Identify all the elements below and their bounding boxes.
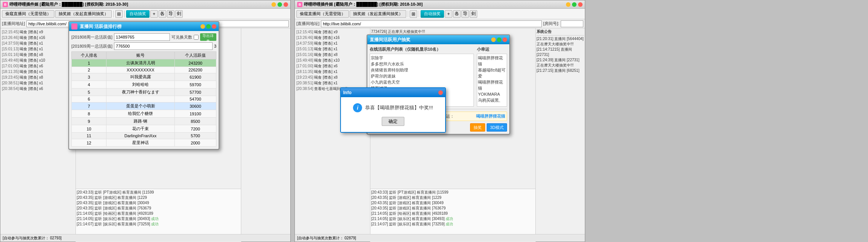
right-sword-icon[interactable]: 剑 <box>470 10 477 18</box>
lottery-mode-btn[interactable]: 3D模式 <box>487 123 507 132</box>
ranking-cell-11-name: DarlingInFranXxx <box>106 133 175 139</box>
left-add-icon[interactable]: + <box>150 10 158 18</box>
info-body: i 恭喜【喝喵胖胖狸花猫】中奖!!! 确定 <box>341 97 445 132</box>
ranking-row2: [201809周一总活跃值] 3 <box>71 42 216 50</box>
ranking-row-8: 8 给我忆个糖饼 19100 <box>72 110 216 118</box>
ranking-cell-6-name <box>106 96 175 102</box>
left-grid-icon[interactable]: ⊞ <box>115 10 123 18</box>
left-chat-col: [12:15:45] 喝食 [噤条] x9 [13:26:46] 喝食 [噤条]… <box>0 28 76 242</box>
ranking-maximize-btn[interactable] <box>206 24 211 29</box>
right-room-label: [房间号]: <box>543 21 559 26</box>
ranking-cell-5-score: 57700 <box>175 88 216 96</box>
ranking-cell-6-rank: 6 <box>72 96 106 102</box>
ranking-cell-11-score: 5700 <box>175 133 216 139</box>
right-add-icon[interactable]: + <box>445 10 452 18</box>
right-maximize-btn[interactable] <box>572 2 577 7</box>
lottery-ruser-4: 乌鸦买碳黑、 <box>478 97 506 103</box>
ranking-row1-checkbox[interactable] <box>194 35 199 40</box>
right-announce: 系统公告 [21:20:31] 直播间 [5644404] 正在摩天大楼抽奖中!… <box>536 28 585 74</box>
ranking-table: 个人排名 账号 个人活跃值 1 云谈灰清月儿明 243200 2 XXXXXXX… <box>71 51 216 147</box>
ranking-export-btn[interactable]: 导出详单 <box>200 33 216 41</box>
ranking-row2-input[interactable] <box>114 42 213 50</box>
lottery-minimize-btn[interactable] <box>491 37 496 42</box>
info-message-text: 恭喜【喝喵胖胖狸花猫】中奖!!! <box>365 104 433 111</box>
lottery-close-btn[interactable] <box>503 37 507 42</box>
ranking-cell-5-name: 夜刀神十香好なます <box>106 88 175 96</box>
right-close-btn[interactable] <box>578 2 583 7</box>
right-chat-msg-4: [15:01:16] 喝食 [噤条] x8 <box>296 52 369 57</box>
ranking-title-icon <box>71 23 77 29</box>
ranking-row-12: 12 星里神话 2000 <box>72 139 216 147</box>
right-announce-msg-2: [21:24:39] 直播间 [22731] 正在摩天大楼抽奖中!!! <box>537 57 584 68</box>
right-minimize-btn[interactable] <box>566 2 570 7</box>
ranking-cell-12-score: 2000 <box>175 139 216 147</box>
lottery-maximize-btn[interactable] <box>497 37 501 42</box>
ranking-cell-1-name: 云谈灰清月儿明 <box>106 59 175 67</box>
left-maximize-btn[interactable] <box>278 2 282 7</box>
info-close-btn[interactable] <box>438 90 443 95</box>
ranking-col-name: 账号 <box>106 52 175 59</box>
left-blog-3: [20:43:35] 监听 [游戏区] 栋育直播间 [763679 <box>77 206 240 211</box>
left-blog-0: [20:43:33] 监听 [PT游戏区] 栋育直播间 [11599 <box>77 190 240 195</box>
right-chat-msg-3: [15:01:13] 喝食 [噤条] x1 <box>296 46 369 52</box>
app-icon: B <box>3 2 8 7</box>
ranking-cell-3-rank: 3 <box>72 73 106 81</box>
left-chat-msg-0: [12:15:45] 喝食 [噤条] x9 <box>1 29 75 35</box>
toolbar-sep-1 <box>113 11 114 17</box>
ranking-row-9: 9 路路·钢 8500 <box>72 118 216 125</box>
ranking-minimize-btn[interactable] <box>200 24 205 29</box>
right-grid-icon[interactable]: ⊞ <box>410 10 417 18</box>
ranking-cell-12-rank: 12 <box>72 139 106 147</box>
left-settings-icon[interactable]: 各 <box>159 10 166 18</box>
lottery-user-1: 多多想拜六水欢乐 <box>371 61 473 67</box>
right-blog-2: [20:43:35] 监听 [游戏区] 栋育直播间 [30049 <box>371 200 535 206</box>
right-settings-icon[interactable]: 各 <box>453 10 461 18</box>
right-announce-title: 系统公告 <box>537 29 584 36</box>
ranking-row1: [201808周一总活跃值] 可兑换天数 导出详单 <box>71 33 216 41</box>
left-export-icon[interactable]: 导 <box>167 10 174 18</box>
right-room-input[interactable] <box>561 20 583 27</box>
panel-spacer <box>291 0 294 242</box>
ranking-close-btn[interactable] <box>212 24 216 29</box>
ranking-col-rank: 个人排名 <box>72 52 106 59</box>
ranking-row-3: 3 叫我爱高露 61900 <box>72 73 216 81</box>
info-ok-btn[interactable]: 确定 <box>382 117 404 126</box>
ranking-cell-9-name: 路路·钢 <box>106 118 175 125</box>
left-lottery-btn[interactable]: 抽奖姬（发起直播间抽奖） <box>55 10 112 18</box>
ranking-cell-8-rank: 8 <box>72 110 106 118</box>
ranking-body: [201808周一总活跃值] 可兑换天数 导出详单 [201809周一总活跃值]… <box>69 31 219 149</box>
right-blog-4: [21:14:05] 监听 [绘画区] 栋育直播间 [4928189 <box>371 211 535 216</box>
right-chat-msg-8: [19:23:45] 喝食 [噤条] x8 <box>296 74 369 80</box>
ranking-cell-2-score: 226200 <box>175 67 216 73</box>
lottery-draw-btn[interactable]: 抽奖 <box>470 123 485 132</box>
left-toolbar: 偷窥直播间（无需登陆） 抽奖姬（发起直播间抽奖） ⊞ 自动抽奖 + 各 导 剑 <box>0 9 290 19</box>
ranking-cell-4-rank: 4 <box>72 81 106 88</box>
right-title-text: 哔哩哔哩插件姬 [霸陆用户：███████] [授权到期: 2018-10-30… <box>304 2 566 7</box>
right-announce-msg-0: [21:20:31] 直播间 [5644404] 正在摩天大楼抽奖中!!! <box>537 36 584 47</box>
right-auto-btn[interactable]: 自动抽奖 <box>421 10 444 18</box>
left-sword-icon[interactable]: 剑 <box>175 10 183 18</box>
right-url-input[interactable] <box>321 20 542 27</box>
right-export-icon[interactable]: 导 <box>461 10 469 18</box>
left-auto-btn[interactable]: 自动抽奖 <box>126 10 150 18</box>
left-blog-4: [21:14:05] 监听 [绘画区] 栋育直播间 [4928189 <box>77 211 240 216</box>
right-status-text: [自动参与与抽奖次数累计： 02879] <box>297 236 356 241</box>
left-title-bar: B 哔哩哔哩插件姬 [霸陆用户：███████] [授权到期: 2018-10-… <box>0 0 290 9</box>
ranking-cell-10-name: 花の千束 <box>106 125 175 133</box>
ranking-cell-10-rank: 10 <box>72 125 106 133</box>
left-chat-msg-8: [19:23:45] 喝食 [噤条] x8 <box>1 74 75 80</box>
right-announce-msg-3: [21:27:15] 直播间 [68251] <box>537 68 584 73</box>
left-minimize-btn[interactable] <box>271 2 276 7</box>
right-watch-btn[interactable]: 偷窥直播间（无需登陆） <box>296 10 349 18</box>
ranking-row1-input[interactable] <box>114 33 170 41</box>
left-bottom-log: [20:43:33] 监听 [PT游戏区] 栋育直播间 [11599 [20:4… <box>76 189 241 234</box>
right-url-bar: [直播间地址] [房间号]: <box>295 19 585 28</box>
left-status-text: [自动参与与抽奖次数累计： 02793] <box>3 236 62 241</box>
left-watch-btn[interactable]: 偷窥直播间（无需登陆） <box>2 10 54 18</box>
lottery-title-text: 直播间活跃用户抽奖 <box>370 37 491 43</box>
right-window-controls <box>566 2 583 7</box>
left-close-btn[interactable] <box>284 2 288 7</box>
right-lottery-btn[interactable]: 抽奖姬（发起直播间抽奖） <box>350 10 406 18</box>
right-chat-col: [12:15:45] 喝食 [噤条] x9 [13:26:46] 喝食 [噤条]… <box>295 28 370 242</box>
ranking-row2-label: [201809周一总活跃值] <box>71 43 113 49</box>
